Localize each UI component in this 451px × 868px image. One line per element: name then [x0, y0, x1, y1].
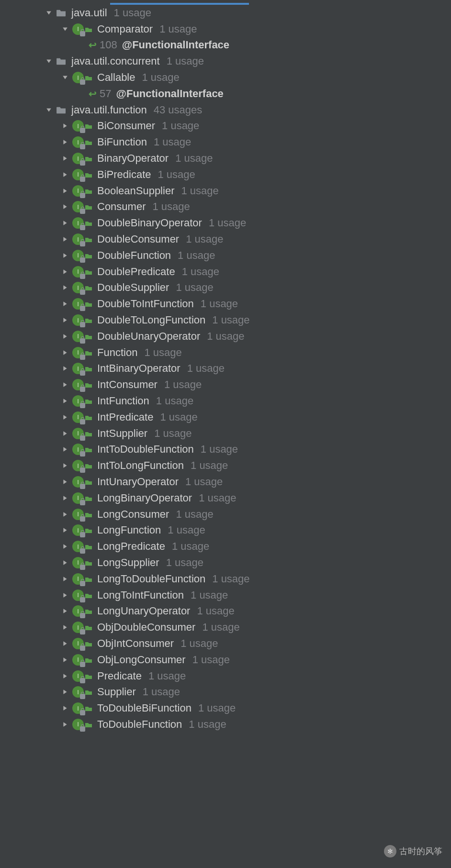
expand-arrow-icon[interactable]	[62, 26, 68, 33]
usage-line-row[interactable]: ↩108@FunctionalInterface	[0, 37, 451, 54]
class-row[interactable]: IDoubleBinaryOperator1 usage	[0, 215, 451, 231]
expand-arrow-icon[interactable]	[62, 300, 68, 307]
expand-arrow-icon[interactable]	[62, 414, 68, 421]
package-name: java.util.function	[71, 104, 147, 116]
class-row[interactable]: IBiFunction1 usage	[0, 134, 451, 150]
class-row[interactable]: IIntPredicate1 usage	[0, 409, 451, 425]
class-row[interactable]: IConsumer1 usage	[0, 199, 451, 215]
lock-badge-icon	[80, 597, 85, 602]
class-row[interactable]: IPredicate1 usage	[0, 668, 451, 684]
expand-arrow-icon[interactable]	[62, 640, 68, 647]
expand-arrow-icon[interactable]	[62, 203, 68, 210]
class-row[interactable]: IBiPredicate1 usage	[0, 167, 451, 183]
expand-arrow-icon[interactable]	[62, 592, 68, 599]
expand-arrow-icon[interactable]	[62, 689, 68, 695]
expand-arrow-icon[interactable]	[62, 155, 68, 162]
class-row[interactable]: IDoubleToLongFunction1 usage	[0, 312, 451, 328]
class-row[interactable]: ILongPredicate1 usage	[0, 538, 451, 555]
class-row[interactable]: IIntFunction1 usage	[0, 393, 451, 409]
expand-arrow-icon[interactable]	[62, 381, 68, 388]
expand-arrow-icon[interactable]	[62, 673, 68, 679]
class-row[interactable]: ILongToIntFunction1 usage	[0, 587, 451, 603]
class-name: Comparator	[97, 23, 153, 35]
source-folder-icon	[85, 414, 92, 421]
expand-arrow-icon[interactable]	[62, 495, 68, 501]
class-name: IntBinaryOperator	[97, 362, 180, 375]
expand-arrow-icon[interactable]	[62, 430, 68, 437]
usage-count: 1 usage	[201, 298, 238, 310]
class-row[interactable]: ISupplier1 usage	[0, 684, 451, 700]
expand-arrow-icon[interactable]	[62, 657, 68, 663]
class-row[interactable]: IDoubleToIntFunction1 usage	[0, 296, 451, 312]
class-name: ToDoubleBiFunction	[97, 702, 192, 714]
class-row[interactable]: ILongBinaryOperator1 usage	[0, 490, 451, 506]
class-row[interactable]: IIntConsumer1 usage	[0, 377, 451, 393]
class-row[interactable]: ILongSupplier1 usage	[0, 555, 451, 571]
class-row[interactable]: IIntToLongFunction1 usage	[0, 457, 451, 474]
expand-arrow-icon[interactable]	[62, 268, 68, 275]
expand-arrow-icon[interactable]	[62, 333, 68, 340]
expand-arrow-icon[interactable]	[62, 479, 68, 485]
class-row[interactable]: IObjDoubleConsumer1 usage	[0, 619, 451, 635]
expand-arrow-icon[interactable]	[62, 462, 68, 469]
expand-arrow-icon[interactable]	[62, 446, 68, 453]
class-row[interactable]: ILongUnaryOperator1 usage	[0, 603, 451, 619]
class-name: IntUnaryOperator	[97, 476, 179, 488]
class-row[interactable]: IBooleanSupplier1 usage	[0, 183, 451, 199]
class-row[interactable]: IComparator1 usage	[0, 21, 451, 37]
class-row[interactable]: IDoubleConsumer1 usage	[0, 231, 451, 247]
expand-arrow-icon[interactable]	[62, 74, 68, 81]
class-row[interactable]: IBinaryOperator1 usage	[0, 150, 451, 167]
package-row[interactable]: java.util.function43 usages	[0, 102, 451, 118]
class-row[interactable]: IDoublePredicate1 usage	[0, 264, 451, 280]
expand-arrow-icon[interactable]	[62, 252, 68, 259]
expand-arrow-icon[interactable]	[62, 220, 68, 226]
class-row[interactable]: IDoubleSupplier1 usage	[0, 280, 451, 296]
expand-arrow-icon[interactable]	[62, 608, 68, 614]
lock-badge-icon	[80, 565, 85, 570]
package-row[interactable]: java.util.concurrent1 usage	[0, 53, 451, 69]
expand-arrow-icon[interactable]	[62, 511, 68, 518]
expand-arrow-icon[interactable]	[62, 284, 68, 291]
expand-arrow-icon[interactable]	[62, 236, 68, 243]
expand-arrow-icon[interactable]	[62, 527, 68, 534]
expand-arrow-icon[interactable]	[62, 188, 68, 194]
expand-arrow-icon[interactable]	[62, 122, 68, 129]
class-row[interactable]: ILongToDoubleFunction1 usage	[0, 571, 451, 587]
source-folder-icon	[85, 188, 92, 194]
expand-arrow-icon[interactable]	[62, 559, 68, 566]
expand-arrow-icon[interactable]	[62, 349, 68, 356]
expand-arrow-icon[interactable]	[62, 317, 68, 323]
class-row[interactable]: ILongFunction1 usage	[0, 523, 451, 539]
expand-arrow-icon[interactable]	[62, 171, 68, 178]
expand-arrow-icon[interactable]	[62, 576, 68, 582]
expand-arrow-icon[interactable]	[62, 705, 68, 712]
class-row[interactable]: ILongConsumer1 usage	[0, 506, 451, 523]
usage-line-row[interactable]: ↩57@FunctionalInterface	[0, 86, 451, 102]
class-row[interactable]: IBiConsumer1 usage	[0, 118, 451, 134]
lock-badge-icon	[80, 532, 85, 537]
class-row[interactable]: IFunction1 usage	[0, 345, 451, 361]
expand-arrow-icon[interactable]	[45, 58, 52, 65]
class-row[interactable]: IObjLongConsumer1 usage	[0, 652, 451, 668]
class-row[interactable]: IIntUnaryOperator1 usage	[0, 474, 451, 490]
expand-arrow-icon[interactable]	[45, 107, 52, 113]
expand-arrow-icon[interactable]	[62, 624, 68, 631]
expand-arrow-icon[interactable]	[62, 365, 68, 372]
expand-arrow-icon[interactable]	[62, 721, 68, 728]
usage-count: 1 usage	[159, 23, 197, 35]
class-row[interactable]: IDoubleUnaryOperator1 usage	[0, 328, 451, 345]
class-row[interactable]: IDoubleFunction1 usage	[0, 247, 451, 264]
class-row[interactable]: IIntSupplier1 usage	[0, 425, 451, 442]
expand-arrow-icon[interactable]	[45, 10, 52, 16]
class-row[interactable]: IObjIntConsumer1 usage	[0, 635, 451, 652]
class-row[interactable]: ICallable1 usage	[0, 69, 451, 86]
package-row[interactable]: java.util1 usage	[0, 5, 451, 21]
expand-arrow-icon[interactable]	[62, 139, 68, 145]
class-row[interactable]: IToDoubleBiFunction1 usage	[0, 700, 451, 716]
class-row[interactable]: IToDoubleFunction1 usage	[0, 716, 451, 733]
expand-arrow-icon[interactable]	[62, 398, 68, 404]
class-row[interactable]: IIntBinaryOperator1 usage	[0, 361, 451, 377]
expand-arrow-icon[interactable]	[62, 543, 68, 550]
class-row[interactable]: IIntToDoubleFunction1 usage	[0, 442, 451, 458]
